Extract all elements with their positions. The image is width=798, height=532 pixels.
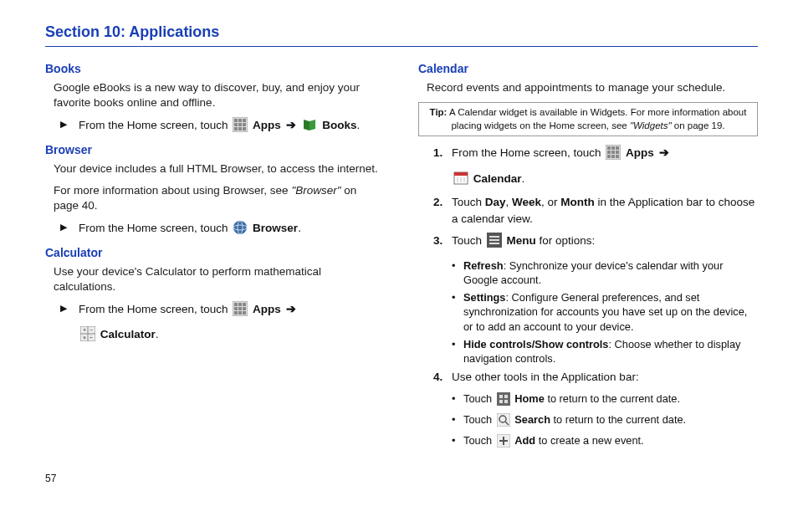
bullet-marker: ▶ bbox=[60, 220, 79, 240]
svg-rect-33 bbox=[616, 146, 619, 150]
svg-rect-37 bbox=[607, 155, 611, 158]
text: Touch bbox=[452, 196, 485, 208]
svg-rect-47 bbox=[489, 239, 499, 241]
arrow-icon: ➔ bbox=[286, 303, 296, 315]
text: Touch bbox=[452, 234, 485, 247]
apps-label: Apps bbox=[253, 119, 281, 131]
left-column: Books Google eBooks is a new way to disc… bbox=[45, 59, 385, 454]
books-label: Books bbox=[322, 119, 356, 131]
text: From the Home screen, touch bbox=[79, 119, 231, 131]
menu-label: Menu bbox=[507, 234, 536, 247]
svg-rect-8 bbox=[238, 127, 242, 130]
books-intro: Google eBooks is a new way to discover, … bbox=[54, 80, 385, 110]
period: . bbox=[156, 328, 159, 340]
apps-label: Apps bbox=[626, 146, 654, 159]
calendar-step-2: Touch Day, Week, or Month in the Applica… bbox=[452, 194, 758, 228]
browser-xref[interactable]: "Browser" bbox=[291, 184, 340, 197]
svg-rect-2 bbox=[238, 119, 242, 122]
tip-box: Tip: A Calendar widget is available in W… bbox=[418, 102, 758, 136]
books-step: From the Home screen, touch Apps ➔ Books… bbox=[79, 117, 385, 137]
books-icon bbox=[302, 117, 317, 137]
settings-option: Settings: Configure General preferences,… bbox=[463, 290, 758, 334]
step-number: 3. bbox=[433, 233, 452, 253]
svg-rect-19 bbox=[243, 307, 246, 310]
calculator-icon: +−×÷ bbox=[80, 326, 95, 346]
week-label: Week bbox=[512, 196, 541, 208]
period: . bbox=[298, 222, 301, 234]
right-column: Calendar Record events and appointments … bbox=[418, 59, 758, 454]
bullet-marker: • bbox=[452, 337, 463, 366]
svg-rect-17 bbox=[234, 307, 238, 310]
day-label: Day bbox=[485, 196, 506, 208]
arrow-icon: ➔ bbox=[286, 119, 296, 131]
search-icon bbox=[497, 413, 510, 430]
refresh-option: Refresh: Synchronize your device's calen… bbox=[463, 258, 758, 288]
svg-rect-35 bbox=[611, 151, 615, 154]
svg-rect-49 bbox=[497, 392, 510, 406]
svg-rect-4 bbox=[234, 123, 238, 126]
hide-controls-option: Hide controls/Show controls: Choose whet… bbox=[463, 337, 758, 366]
bullet-marker: • bbox=[452, 290, 463, 334]
add-icon bbox=[497, 434, 510, 451]
bullet-marker: • bbox=[452, 412, 463, 430]
apps-label: Apps bbox=[253, 303, 281, 315]
calendar-label: Calendar bbox=[473, 172, 522, 185]
svg-text:×: × bbox=[83, 335, 86, 340]
period: . bbox=[522, 172, 525, 185]
text: For more information about using Browser… bbox=[54, 184, 291, 197]
svg-rect-38 bbox=[611, 155, 615, 158]
svg-rect-31 bbox=[607, 146, 611, 150]
month-label: Month bbox=[560, 196, 594, 208]
svg-rect-41 bbox=[454, 172, 468, 176]
svg-rect-52 bbox=[499, 400, 503, 403]
apps-icon bbox=[233, 117, 248, 137]
page-number: 57 bbox=[45, 473, 758, 484]
browser-more: For more information about using Browser… bbox=[54, 183, 385, 213]
svg-rect-16 bbox=[243, 303, 246, 306]
svg-text:−: − bbox=[90, 327, 93, 333]
svg-rect-48 bbox=[489, 243, 499, 244]
svg-rect-32 bbox=[611, 146, 615, 150]
step-number: 2. bbox=[433, 194, 452, 228]
bullet-marker: • bbox=[452, 258, 463, 288]
svg-rect-34 bbox=[607, 151, 611, 154]
step-number: 4. bbox=[433, 369, 452, 386]
calendar-step-1: From the Home screen, touch Apps ➔ bbox=[452, 145, 758, 165]
text: From the Home screen, touch bbox=[79, 303, 231, 315]
calendar-step-3: Touch Menu for options: bbox=[452, 233, 758, 253]
svg-rect-51 bbox=[504, 395, 508, 398]
svg-rect-1 bbox=[234, 119, 238, 122]
browser-step: From the Home screen, touch Browser. bbox=[79, 220, 385, 240]
apps-icon bbox=[606, 145, 621, 165]
calculator-step: From the Home screen, touch Apps ➔ bbox=[79, 301, 385, 321]
books-heading: Books bbox=[45, 62, 385, 75]
add-tool: Touch Add to create a new event. bbox=[463, 433, 644, 451]
svg-rect-20 bbox=[234, 311, 238, 315]
search-tool: Touch Search to return to the current da… bbox=[463, 412, 686, 430]
calculator-step-cont: +−×÷ Calculator. bbox=[79, 326, 385, 346]
calendar-heading: Calendar bbox=[418, 62, 758, 75]
svg-rect-5 bbox=[238, 123, 242, 126]
svg-rect-36 bbox=[616, 151, 619, 154]
svg-rect-7 bbox=[234, 127, 238, 130]
svg-rect-15 bbox=[238, 303, 242, 306]
svg-point-10 bbox=[233, 221, 247, 234]
browser-icon bbox=[233, 220, 248, 240]
svg-rect-18 bbox=[238, 307, 242, 310]
tip-text-post: on page 19. bbox=[672, 120, 725, 130]
calendar-intro: Record events and appointments to manage… bbox=[427, 80, 758, 95]
browser-heading: Browser bbox=[45, 143, 385, 156]
svg-rect-6 bbox=[243, 123, 246, 126]
svg-rect-39 bbox=[616, 155, 619, 158]
svg-rect-9 bbox=[243, 127, 246, 130]
bullet-marker: • bbox=[452, 433, 463, 451]
apps-icon bbox=[233, 301, 248, 321]
svg-rect-53 bbox=[504, 400, 508, 403]
menu-icon bbox=[487, 233, 502, 253]
widgets-xref[interactable]: "Widgets" bbox=[630, 120, 672, 130]
section-title: Section 10: Applications bbox=[45, 23, 758, 47]
bullet-marker: ▶ bbox=[60, 301, 79, 321]
calendar-icon bbox=[453, 171, 468, 191]
browser-intro: Your device includes a full HTML Browser… bbox=[54, 161, 385, 176]
period: . bbox=[356, 119, 360, 131]
